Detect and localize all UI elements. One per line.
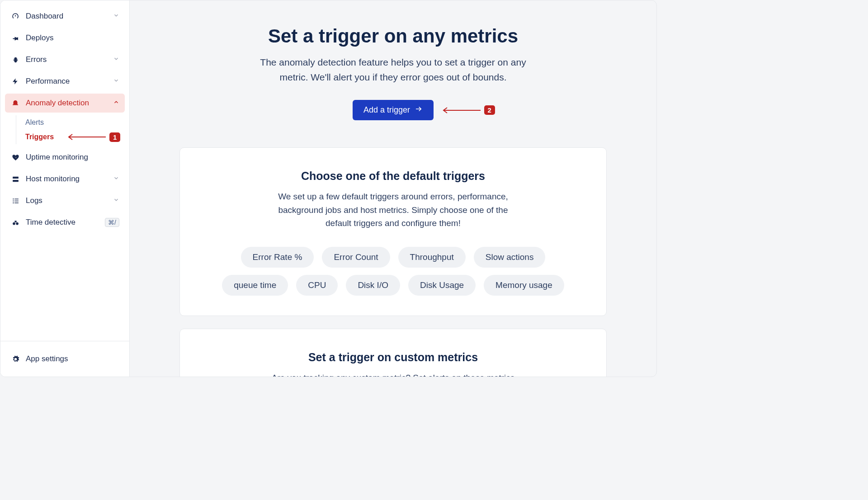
- bug-icon: [10, 55, 20, 65]
- annotation-2: 2: [441, 105, 495, 115]
- arrow-right-icon: [415, 105, 423, 115]
- page-subtitle: The anomaly detection feature helps you …: [249, 55, 538, 85]
- sidebar: Dashboard Deploys Errors Performan: [0, 0, 130, 377]
- sidebar-item-label: Logs: [26, 196, 42, 205]
- main-content: Set a trigger on any metrics The anomaly…: [130, 0, 656, 377]
- sidebar-item-label: Time detective: [26, 218, 75, 227]
- sidebar-item-label: Deploys: [26, 33, 53, 42]
- sidebar-footer: App settings: [0, 341, 129, 377]
- sidebar-item-label: Dashboard: [26, 12, 63, 21]
- submenu-item-label: Triggers: [25, 133, 54, 141]
- chevron-down-icon: [113, 196, 119, 205]
- binoculars-icon: [10, 217, 20, 227]
- card-title: Choose one of the default triggers: [207, 170, 579, 183]
- sidebar-item-label: App settings: [26, 354, 68, 363]
- anomaly-detection-submenu: Alerts Triggers 1: [16, 115, 125, 144]
- button-label: Add a trigger: [363, 105, 410, 115]
- list-icon: [10, 196, 20, 206]
- chip-memory-usage[interactable]: Memory usage: [484, 275, 564, 296]
- annotation-badge: 2: [484, 105, 495, 115]
- card-title: Set a trigger on custom metrics: [207, 351, 579, 364]
- server-icon: [10, 174, 20, 184]
- sidebar-item-performance[interactable]: Performance: [5, 72, 125, 91]
- svg-rect-1: [13, 176, 19, 178]
- chip-disk-usage[interactable]: Disk Usage: [408, 275, 476, 296]
- chip-cpu[interactable]: CPU: [296, 275, 338, 296]
- arrow-left-icon: [441, 107, 481, 114]
- sidebar-item-host-monitoring[interactable]: Host monitoring: [5, 170, 125, 189]
- arrow-left-icon: [66, 133, 107, 141]
- heartbeat-icon: [10, 152, 20, 162]
- svg-rect-2: [13, 179, 19, 181]
- gear-icon: [10, 354, 20, 364]
- sidebar-item-logs[interactable]: Logs: [5, 191, 125, 210]
- chip-throughput[interactable]: Throughput: [398, 247, 466, 268]
- alarm-icon: [10, 98, 20, 108]
- chip-error-count[interactable]: Error Count: [322, 247, 390, 268]
- add-trigger-button[interactable]: Add a trigger: [353, 100, 434, 120]
- svg-point-10: [16, 222, 19, 225]
- annotation-badge: 1: [109, 132, 120, 142]
- gauge-icon: [10, 11, 20, 21]
- keyboard-shortcut-badge: ⌘/: [105, 218, 119, 227]
- chevron-down-icon: [113, 175, 119, 184]
- sidebar-main: Dashboard Deploys Errors Performan: [0, 7, 129, 341]
- svg-rect-4: [14, 198, 19, 199]
- submenu-item-triggers[interactable]: Triggers 1: [16, 130, 125, 144]
- hero-section: Set a trigger on any metrics The anomaly…: [179, 25, 607, 120]
- sidebar-item-dashboard[interactable]: Dashboard: [5, 7, 125, 26]
- chip-error-rate[interactable]: Error Rate %: [241, 247, 314, 268]
- submenu-item-label: Alerts: [25, 118, 44, 127]
- sidebar-item-anomaly-detection[interactable]: Anomaly detection: [5, 94, 125, 113]
- annotation-1: 1: [66, 132, 120, 142]
- sidebar-item-label: Host monitoring: [26, 175, 80, 184]
- bolt-icon: [10, 76, 20, 86]
- trigger-chips: Error Rate % Error Count Throughput Slow…: [207, 247, 579, 296]
- svg-rect-3: [13, 198, 14, 199]
- svg-rect-7: [13, 203, 14, 203]
- page-title: Set a trigger on any metrics: [179, 25, 607, 47]
- sidebar-item-app-settings[interactable]: App settings: [5, 349, 125, 368]
- card-subtitle: We set up a few default triggers around …: [267, 190, 520, 230]
- hero-cta-row: Add a trigger 2: [179, 100, 607, 120]
- chip-slow-actions[interactable]: Slow actions: [474, 247, 546, 268]
- svg-point-9: [13, 222, 15, 225]
- chevron-down-icon: [113, 77, 119, 86]
- sidebar-item-label: Uptime monitoring: [26, 153, 88, 162]
- sidebar-item-label: Anomaly detection: [26, 99, 89, 108]
- sidebar-item-time-detective[interactable]: Time detective ⌘/: [5, 213, 125, 232]
- svg-rect-11: [14, 221, 16, 222]
- chip-queue-time[interactable]: queue time: [222, 275, 288, 296]
- svg-rect-8: [14, 203, 19, 203]
- sidebar-item-uptime-monitoring[interactable]: Uptime monitoring: [5, 148, 125, 167]
- svg-rect-5: [13, 200, 14, 201]
- sidebar-item-deploys[interactable]: Deploys: [5, 28, 125, 47]
- submenu-item-alerts[interactable]: Alerts: [16, 115, 125, 130]
- chevron-down-icon: [113, 12, 119, 21]
- default-triggers-card: Choose one of the default triggers We se…: [179, 147, 607, 316]
- chip-disk-io[interactable]: Disk I/O: [346, 275, 400, 296]
- chevron-up-icon: [113, 99, 119, 108]
- card-subtitle: Are you tracking any custom metric? Set …: [267, 371, 520, 377]
- custom-metrics-card: Set a trigger on custom metrics Are you …: [179, 329, 607, 377]
- svg-rect-6: [14, 200, 19, 201]
- rocket-icon: [10, 33, 20, 43]
- sidebar-item-errors[interactable]: Errors: [5, 50, 125, 69]
- chevron-down-icon: [113, 55, 119, 64]
- sidebar-item-label: Errors: [26, 55, 47, 64]
- sidebar-item-label: Performance: [26, 77, 70, 86]
